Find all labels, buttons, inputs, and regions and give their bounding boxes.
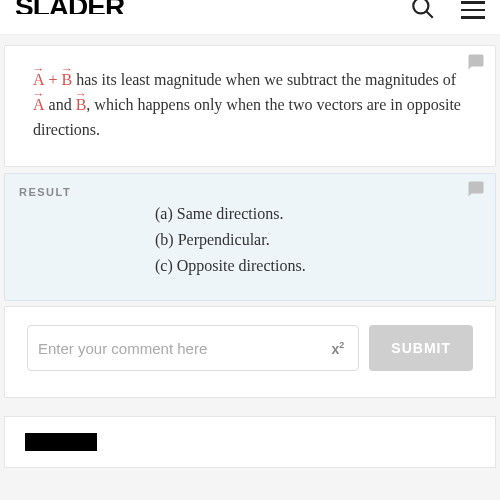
svg-line-1 <box>426 11 433 18</box>
vector-b: B <box>76 96 87 113</box>
related-card[interactable] <box>4 416 496 468</box>
comment-icon[interactable] <box>467 180 485 203</box>
comment-section: x2 SUBMIT <box>4 306 496 398</box>
logo: SLADER <box>15 0 124 14</box>
result-body: (a) Same directions. (b) Perpendicular. … <box>5 202 495 300</box>
explanation-text-2: and <box>45 96 76 113</box>
result-label: RESULT <box>5 174 495 202</box>
menu-icon[interactable] <box>461 1 485 19</box>
comment-icon[interactable] <box>467 52 485 80</box>
thumbnail <box>25 433 97 451</box>
explanation-text-3: , which happens only when the two vector… <box>33 96 461 138</box>
superscript-button[interactable]: x2 <box>328 338 349 359</box>
result-item: (b) Perpendicular. <box>155 228 475 252</box>
search-icon[interactable] <box>410 0 436 25</box>
main-content: A + B has its least magnitude when we su… <box>0 35 500 468</box>
explanation-card: A + B has its least magnitude when we su… <box>4 45 496 167</box>
comment-input-wrap: x2 <box>27 325 359 371</box>
result-card: RESULT (a) Same directions. (b) Perpendi… <box>4 173 496 301</box>
vector-a: A <box>33 96 45 113</box>
comment-input[interactable] <box>38 340 328 357</box>
result-item: (a) Same directions. <box>155 202 475 226</box>
header-actions <box>410 0 485 25</box>
explanation-text-1: has its least magnitude when we subtract… <box>72 71 456 88</box>
app-header: SLADER <box>0 0 500 35</box>
result-item: (c) Opposite directions. <box>155 254 475 278</box>
submit-button[interactable]: SUBMIT <box>369 325 473 371</box>
